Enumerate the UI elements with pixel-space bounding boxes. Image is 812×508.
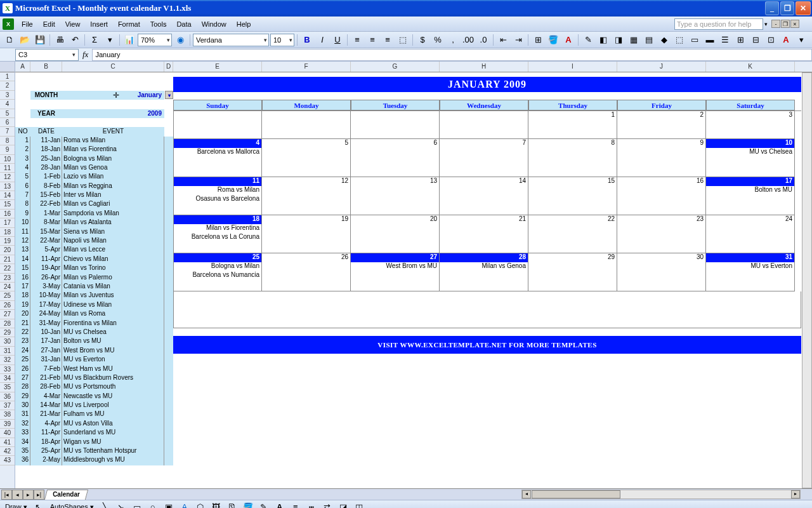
fx-icon[interactable]: fx: [82, 50, 88, 60]
calendar-cell[interactable]: 27West Brom vs MU: [351, 253, 440, 291]
calendar-cell[interactable]: 3: [706, 111, 795, 139]
dec-decimal-icon[interactable]: .0: [476, 33, 490, 47]
row-header[interactable]: 15: [0, 200, 15, 209]
calendar-cell[interactable]: 29: [528, 253, 617, 291]
column-header[interactable]: A: [15, 62, 30, 72]
line-icon[interactable]: ╲: [98, 500, 112, 509]
menu-file[interactable]: File: [16, 18, 38, 30]
minimize-button[interactable]: _: [765, 1, 779, 15]
event-row[interactable]: 173-MayCatania vs Milan: [15, 283, 173, 291]
event-row[interactable]: 2024-MayMilan vs Roma: [15, 310, 173, 319]
row-header[interactable]: 24: [0, 283, 15, 291]
row-header[interactable]: 22: [0, 264, 15, 273]
event-row[interactable]: 1917-MayUdinese vs Milan: [15, 301, 173, 310]
merge-icon[interactable]: ⬚: [396, 33, 410, 47]
event-row[interactable]: 2131-MayFiorentina vs Milan: [15, 319, 173, 328]
calendar-cell[interactable]: 16: [617, 177, 706, 215]
row-header[interactable]: 18: [0, 228, 15, 237]
formula-bar[interactable]: January: [92, 49, 812, 61]
fill-color-icon[interactable]: 🪣: [546, 33, 560, 47]
comma-icon[interactable]: ,: [446, 33, 460, 47]
calendar-cell[interactable]: 25Bologna vs MilanBarcelona vs Numancia: [173, 253, 262, 291]
event-row[interactable]: 135-AprMilan vs Lecce: [15, 246, 173, 255]
menu-format[interactable]: Format: [113, 18, 145, 30]
column-header[interactable]: F: [262, 62, 351, 72]
column-header[interactable]: D: [164, 62, 173, 72]
column-header[interactable]: K: [706, 62, 795, 72]
calendar-cell[interactable]: 21: [440, 215, 528, 253]
new-icon[interactable]: 🗋: [3, 33, 16, 47]
row-header[interactable]: 9: [0, 145, 15, 154]
row-header[interactable]: 6: [0, 118, 15, 127]
event-row[interactable]: 3418-AprWigan vs MU: [15, 438, 173, 447]
doc-restore-button[interactable]: ❐: [781, 20, 790, 28]
row-header[interactable]: 11: [0, 164, 15, 173]
print-icon[interactable]: 🖶: [53, 33, 67, 47]
calendar-cell[interactable]: 7: [440, 139, 528, 177]
align-center-icon[interactable]: ≡: [365, 33, 379, 47]
tool-icon[interactable]: ⊞: [733, 33, 747, 47]
tool-icon[interactable]: ☰: [718, 33, 732, 47]
currency-icon[interactable]: $: [416, 33, 429, 47]
clipart-icon[interactable]: 🖼: [209, 500, 223, 509]
row-header[interactable]: 3: [0, 91, 15, 100]
tab-nav-first[interactable]: |◂: [1, 490, 12, 500]
row-header[interactable]: 34: [0, 374, 15, 383]
event-row[interactable]: 218-JanMilan vs Fiorentina: [15, 145, 173, 154]
row-header[interactable]: 14: [0, 191, 15, 200]
italic-icon[interactable]: I: [315, 33, 329, 47]
calendar-cell[interactable]: 17Bolton vs MU: [706, 177, 795, 215]
row-header[interactable]: 4: [0, 100, 15, 109]
3d-icon[interactable]: ◫: [352, 500, 366, 509]
percent-icon[interactable]: %: [431, 33, 445, 47]
row-header[interactable]: 41: [0, 438, 15, 447]
calendar-cell[interactable]: 11Roma vs MilanOsasuna vs Barcelona: [173, 177, 262, 215]
autosum-icon[interactable]: Σ: [88, 33, 102, 47]
event-row[interactable]: 822-FebMilan vs Cagliari: [15, 200, 173, 209]
row-header[interactable]: 37: [0, 401, 15, 410]
row-header[interactable]: 27: [0, 310, 15, 319]
doc-minimize-button[interactable]: -: [771, 20, 780, 28]
oval-icon[interactable]: ○: [146, 500, 160, 509]
dash-style-icon[interactable]: ┅: [304, 500, 318, 509]
calendar-cell[interactable]: 22: [528, 215, 617, 253]
event-row[interactable]: 1222-MarNapoli vs Milan: [15, 237, 173, 246]
wordart-icon[interactable]: A: [178, 500, 192, 509]
event-row[interactable]: 2828-FebMU vs Portsmouth: [15, 383, 173, 392]
event-row[interactable]: 428-JanMilan vs Genoa: [15, 164, 173, 173]
calendar-cell[interactable]: [440, 111, 528, 139]
menu-insert[interactable]: Insert: [85, 18, 113, 30]
event-row[interactable]: 2721-FebMU vs Blackburn Rovers: [15, 374, 173, 383]
arrow-style-icon[interactable]: ⇄: [320, 500, 334, 509]
tool-icon[interactable]: ▭: [688, 33, 702, 47]
tool-icon[interactable]: ⊟: [749, 33, 763, 47]
calendar-cell[interactable]: 28Milan vs Genoa: [440, 253, 528, 291]
row-header[interactable]: 33: [0, 365, 15, 374]
calendar-cell[interactable]: [351, 111, 440, 139]
tool-icon[interactable]: ◨: [612, 33, 625, 47]
font-color-icon[interactable]: A: [561, 33, 575, 47]
column-header[interactable]: I: [528, 62, 617, 72]
event-row[interactable]: 68-FebMilan vs Reggina: [15, 182, 173, 191]
event-row[interactable]: 2427-JanWest Brom vs MU: [15, 347, 173, 356]
calendar-cell[interactable]: 4Barcelona vs Mallorca: [173, 139, 262, 177]
select-objects-icon[interactable]: ↖: [32, 500, 46, 509]
tool-icon[interactable]: ▬: [703, 33, 717, 47]
tool-icon[interactable]: ⊡: [764, 33, 778, 47]
row-header[interactable]: 28: [0, 319, 15, 328]
column-header[interactable]: B: [30, 62, 62, 72]
calendar-cell[interactable]: [173, 111, 262, 139]
bold-icon[interactable]: B: [300, 33, 314, 47]
event-row[interactable]: 2317-JanBolton vs MU: [15, 337, 173, 346]
font-color-icon[interactable]: A: [273, 500, 287, 509]
calendar-cell[interactable]: 14: [440, 177, 528, 215]
align-right-icon[interactable]: ≡: [381, 33, 395, 47]
row-header[interactable]: 8: [0, 137, 15, 145]
year-value[interactable]: 2009: [62, 109, 164, 118]
shadow-icon[interactable]: ◪: [336, 500, 350, 509]
help-icon[interactable]: ◉: [173, 33, 187, 47]
row-header[interactable]: 7: [0, 127, 15, 136]
calendar-cell[interactable]: 9: [617, 139, 706, 177]
row-header[interactable]: 5: [0, 109, 15, 118]
row-header[interactable]: 43: [0, 456, 15, 465]
